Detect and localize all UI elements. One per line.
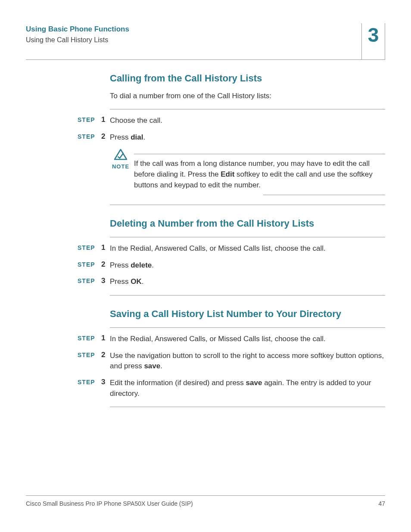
step-row: STEP 3 Edit the information (if desired)… xyxy=(78,378,385,399)
step-number: 1 xyxy=(101,243,110,252)
divider xyxy=(110,205,385,205)
step-label: STEP xyxy=(78,260,101,268)
divider xyxy=(263,195,385,195)
divider xyxy=(110,327,385,328)
calling-intro: To dial a number from one of the Call Hi… xyxy=(110,92,385,100)
note-body: If the call was from a long distance num… xyxy=(134,159,385,190)
step-text: Choose the call. xyxy=(110,115,385,126)
step-number: 2 xyxy=(101,260,110,269)
saving-steps: STEP 1 In the Redial, Answered Calls, or… xyxy=(78,334,385,399)
step-number: 1 xyxy=(101,334,110,342)
step-row: STEP 2 Press dial. xyxy=(78,132,385,143)
footer-doc-title: Cisco Small Business Pro IP Phone SPA50X… xyxy=(26,500,193,507)
step-number: 2 xyxy=(101,132,110,141)
divider xyxy=(110,407,385,407)
step-row: STEP 1 In the Redial, Answered Calls, or… xyxy=(78,243,385,254)
step-row: STEP 1 Choose the call. xyxy=(78,115,385,126)
step-label: STEP xyxy=(78,243,101,251)
step-label: STEP xyxy=(78,115,101,123)
step-row: STEP 1 In the Redial, Answered Calls, or… xyxy=(78,334,385,345)
divider xyxy=(110,237,385,237)
note-block: NOTE If the call was from a long distanc… xyxy=(110,149,385,195)
section-title-calling: Calling from the Call History Lists xyxy=(110,73,385,84)
step-text: Use the navigation button to scroll to t… xyxy=(110,351,385,372)
page-header: Using Basic Phone Functions Using the Ca… xyxy=(26,23,385,60)
step-text: In the Redial, Answered Calls, or Missed… xyxy=(110,243,385,254)
step-number: 2 xyxy=(101,351,110,359)
footer-page-number: 47 xyxy=(378,500,385,507)
step-number: 1 xyxy=(101,115,110,124)
divider xyxy=(134,154,385,154)
step-row: STEP 2 Press delete. xyxy=(78,260,385,271)
step-text: Edit the information (if desired) and pr… xyxy=(110,378,385,399)
step-number: 3 xyxy=(101,378,110,386)
calling-steps: STEP 1 Choose the call. STEP 2 Press dia… xyxy=(78,115,385,143)
section-title-deleting: Deleting a Number from the Call History … xyxy=(110,218,385,229)
note-label: NOTE xyxy=(110,163,131,170)
step-row: STEP 2 Use the navigation button to scro… xyxy=(78,351,385,372)
header-chapter-title: Using Basic Phone Functions xyxy=(26,25,129,34)
divider xyxy=(110,295,385,296)
page-footer: Cisco Small Business Pro IP Phone SPA50X… xyxy=(26,495,385,507)
step-text: Press delete. xyxy=(110,260,385,271)
chapter-number-badge: 3 xyxy=(361,23,385,60)
step-label: STEP xyxy=(78,277,101,284)
step-text: Press dial. xyxy=(110,132,385,143)
step-label: STEP xyxy=(78,132,101,140)
step-row: STEP 3 Press OK. xyxy=(78,277,385,287)
deleting-steps: STEP 1 In the Redial, Answered Calls, or… xyxy=(78,243,385,287)
step-text: In the Redial, Answered Calls, or Missed… xyxy=(110,334,385,345)
step-label: STEP xyxy=(78,334,101,342)
step-number: 3 xyxy=(101,277,110,285)
chapter-number: 3 xyxy=(368,25,379,45)
step-label: STEP xyxy=(78,351,101,358)
section-title-saving: Saving a Call History List Number to You… xyxy=(110,308,385,320)
divider xyxy=(110,109,385,109)
header-section-title: Using the Call History Lists xyxy=(26,36,129,44)
step-text: Press OK. xyxy=(110,277,385,287)
step-label: STEP xyxy=(78,378,101,386)
note-icon xyxy=(113,149,128,161)
